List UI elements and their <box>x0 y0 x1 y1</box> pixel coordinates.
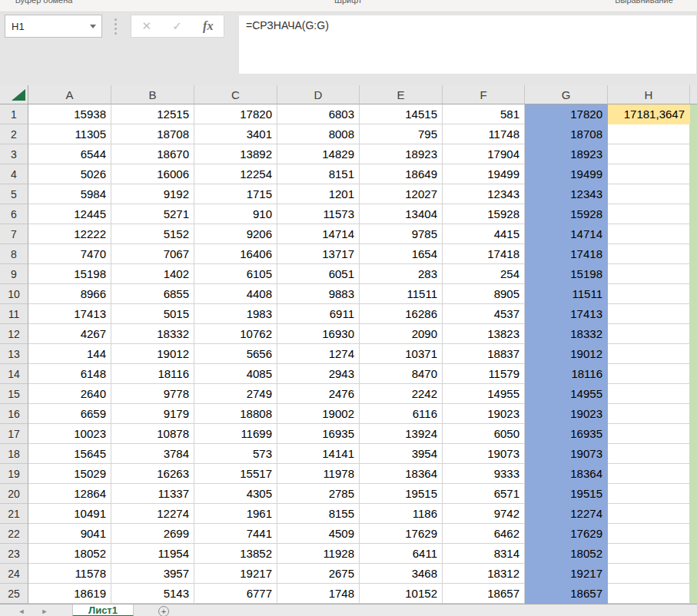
cell[interactable]: 4408 <box>194 284 277 304</box>
cell[interactable]: 11337 <box>111 484 194 504</box>
cell[interactable]: 13823 <box>443 324 525 344</box>
cell[interactable]: 1274 <box>277 344 360 364</box>
cell[interactable]: 11573 <box>277 204 360 224</box>
cell[interactable]: 16263 <box>111 464 194 484</box>
cell[interactable] <box>608 304 690 324</box>
cell[interactable]: 18052 <box>525 544 608 564</box>
cell[interactable]: 11578 <box>28 564 111 584</box>
cell[interactable]: 8155 <box>277 504 360 524</box>
column-header-a[interactable]: A <box>28 85 111 104</box>
cell-partial-column[interactable] <box>690 484 697 504</box>
cell[interactable]: 18808 <box>194 404 277 424</box>
cell[interactable]: 795 <box>360 124 443 144</box>
row-header-8[interactable]: 8 <box>0 244 28 264</box>
cell[interactable]: 18116 <box>111 364 194 384</box>
cell[interactable]: 5152 <box>111 224 194 244</box>
cell[interactable]: 13892 <box>194 144 277 164</box>
cell[interactable]: 10491 <box>28 504 111 524</box>
cell[interactable]: 8470 <box>360 364 443 384</box>
column-header-h[interactable]: H <box>608 85 690 104</box>
cell[interactable]: 18332 <box>111 324 194 344</box>
cell-partial-column[interactable] <box>690 264 697 284</box>
cell[interactable] <box>608 344 690 364</box>
cell[interactable]: 12343 <box>525 184 608 204</box>
row-header-11[interactable]: 11 <box>0 304 28 324</box>
cell[interactable]: 15938 <box>28 104 111 124</box>
row-header-21[interactable]: 21 <box>0 504 28 524</box>
cell[interactable]: 11579 <box>443 364 525 384</box>
cell[interactable]: 14955 <box>525 384 608 404</box>
cell[interactable]: 19073 <box>443 444 525 464</box>
cell[interactable]: 19217 <box>194 564 277 584</box>
cell[interactable]: 910 <box>194 204 277 224</box>
cell[interactable]: 8314 <box>443 544 525 564</box>
cell[interactable] <box>608 264 690 284</box>
cell[interactable]: 15198 <box>525 264 608 284</box>
cell[interactable] <box>608 284 690 304</box>
cell[interactable]: 6116 <box>360 404 443 424</box>
cell[interactable]: 4415 <box>443 224 525 244</box>
cell[interactable]: 12222 <box>28 224 111 244</box>
cell[interactable]: 9742 <box>443 504 525 524</box>
row-header-2[interactable]: 2 <box>0 124 28 144</box>
cell[interactable] <box>608 544 690 564</box>
row-header-9[interactable]: 9 <box>0 264 28 284</box>
cell[interactable]: 18312 <box>443 564 525 584</box>
cell-partial-column[interactable] <box>690 324 697 344</box>
cell[interactable] <box>608 444 690 464</box>
cell[interactable]: 2242 <box>360 384 443 404</box>
row-header-14[interactable]: 14 <box>0 364 28 384</box>
cell[interactable]: 19515 <box>360 484 443 504</box>
cell[interactable]: 12515 <box>111 104 194 124</box>
cell[interactable]: 573 <box>194 444 277 464</box>
column-header-b[interactable]: B <box>111 85 194 104</box>
cell[interactable]: 10152 <box>360 584 443 604</box>
cell[interactable]: 1983 <box>194 304 277 324</box>
row-header-3[interactable]: 3 <box>0 144 28 164</box>
cell[interactable]: 14141 <box>277 444 360 464</box>
column-header-e[interactable]: E <box>360 85 443 104</box>
cell[interactable]: 11305 <box>28 124 111 144</box>
cell[interactable]: 9333 <box>443 464 525 484</box>
sheet-nav-right-icon[interactable]: ► <box>38 606 51 616</box>
column-header-d[interactable]: D <box>277 85 360 104</box>
cancel-icon[interactable]: ✕ <box>142 19 152 33</box>
cell[interactable] <box>608 464 690 484</box>
cell-partial-column[interactable] <box>690 204 697 224</box>
cell[interactable]: 16406 <box>194 244 277 264</box>
cell[interactable]: 6855 <box>111 284 194 304</box>
cell[interactable] <box>608 324 690 344</box>
cell[interactable]: 18364 <box>525 464 608 484</box>
cell[interactable]: 3468 <box>360 564 443 584</box>
row-header-23[interactable]: 23 <box>0 544 28 564</box>
row-header-15[interactable]: 15 <box>0 384 28 404</box>
cell[interactable]: 14955 <box>443 384 525 404</box>
cell[interactable] <box>608 504 690 524</box>
cell[interactable]: 5271 <box>111 204 194 224</box>
cell[interactable]: 2090 <box>360 324 443 344</box>
cell[interactable]: 15928 <box>525 204 608 224</box>
cell[interactable]: 1654 <box>360 244 443 264</box>
cell[interactable]: 14714 <box>277 224 360 244</box>
cell[interactable]: 2749 <box>194 384 277 404</box>
cell[interactable]: 12274 <box>111 504 194 524</box>
row-header-24[interactable]: 24 <box>0 564 28 584</box>
row-header-16[interactable]: 16 <box>0 404 28 424</box>
row-header-17[interactable]: 17 <box>0 424 28 444</box>
cell[interactable]: 11748 <box>443 124 525 144</box>
cell[interactable]: 9179 <box>111 404 194 424</box>
cell[interactable]: 11699 <box>194 424 277 444</box>
cell[interactable]: 10371 <box>360 344 443 364</box>
insert-function-icon[interactable]: fx <box>203 19 213 33</box>
cell[interactable]: 3401 <box>194 124 277 144</box>
cell[interactable]: 18332 <box>525 324 608 344</box>
row-header-12[interactable]: 12 <box>0 324 28 344</box>
cell[interactable]: 6148 <box>28 364 111 384</box>
cell[interactable]: 13404 <box>360 204 443 224</box>
cell[interactable]: 19499 <box>525 164 608 184</box>
cell[interactable]: 6777 <box>194 584 277 604</box>
row-header-10[interactable]: 10 <box>0 284 28 304</box>
cell[interactable]: 17904 <box>443 144 525 164</box>
cell[interactable]: 19073 <box>525 444 608 464</box>
cell[interactable]: 17418 <box>443 244 525 264</box>
